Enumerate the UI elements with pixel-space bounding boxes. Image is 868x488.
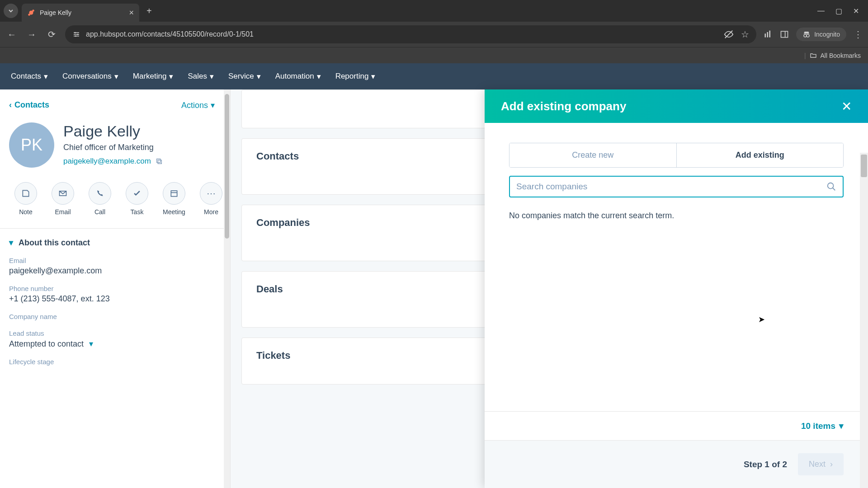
tab-search-button[interactable] — [4, 4, 18, 18]
lead-status-select[interactable]: Attempted to contact ▾ — [9, 339, 221, 349]
browser-tab-strip: Paige Kelly × + — ▢ ✕ — [0, 0, 868, 22]
email-field-label: Email — [9, 257, 221, 264]
tab-title: Paige Kelly — [40, 9, 124, 16]
site-settings-icon — [72, 30, 80, 38]
phone-icon — [95, 189, 104, 198]
search-companies-box[interactable] — [509, 176, 844, 197]
browser-tab[interactable]: Paige Kelly × — [22, 4, 139, 22]
nav-conversations[interactable]: Conversations▾ — [62, 72, 118, 81]
nav-marketing[interactable]: Marketing▾ — [133, 72, 174, 81]
step-indicator: Step 1 of 2 — [744, 460, 787, 469]
tab-create-new[interactable]: Create new — [509, 143, 677, 167]
all-bookmarks-button[interactable]: All Bookmarks — [821, 52, 861, 59]
svg-line-25 — [833, 188, 835, 191]
lead-status-label: Lead status — [9, 329, 221, 337]
svg-rect-20 — [157, 159, 160, 163]
task-button[interactable]: Task — [126, 182, 148, 216]
calendar-icon — [170, 189, 179, 198]
svg-rect-19 — [158, 160, 161, 164]
nav-contacts[interactable]: Contacts▾ — [11, 72, 48, 81]
back-button[interactable]: ← — [5, 29, 18, 40]
main-nav: Contacts▾ Conversations▾ Marketing▾ Sale… — [0, 63, 868, 89]
tab-close-button[interactable]: × — [129, 8, 134, 18]
incognito-badge[interactable]: Incognito — [796, 28, 846, 41]
chevron-down-icon: ▾ — [257, 72, 261, 81]
note-button[interactable]: Note — [14, 182, 37, 216]
browser-menu-button[interactable]: ⋮ — [854, 29, 863, 40]
bookmark-star-icon[interactable]: ☆ — [741, 29, 749, 40]
contact-name: Paige Kelly — [63, 122, 221, 140]
no-results-text: No companies match the current search te… — [509, 211, 844, 221]
url-text: app.hubspot.com/contacts/45105500/record… — [86, 30, 254, 38]
media-control-icon[interactable] — [764, 30, 773, 39]
chevron-down-icon: ▾ — [9, 238, 13, 248]
address-bar[interactable]: app.hubspot.com/contacts/45105500/record… — [65, 25, 756, 43]
next-button[interactable]: Next › — [798, 453, 844, 475]
svg-rect-14 — [769, 31, 771, 38]
svg-point-24 — [828, 183, 834, 189]
about-section-toggle[interactable]: ▾ About this contact — [9, 238, 221, 248]
nav-automation[interactable]: Automation▾ — [275, 72, 321, 81]
phone-field-label: Phone number — [9, 285, 221, 292]
items-per-page-select[interactable]: 10 items ▾ — [801, 421, 844, 431]
copy-icon[interactable] — [156, 158, 163, 165]
close-window-button[interactable]: ✕ — [853, 7, 859, 15]
search-companies-input[interactable] — [516, 182, 826, 192]
email-button[interactable]: Email — [52, 182, 74, 216]
email-icon — [58, 189, 67, 198]
window-controls: — ▢ ✕ — [817, 7, 864, 15]
company-field-label: Company name — [9, 313, 221, 320]
nav-reporting[interactable]: Reporting▾ — [335, 72, 376, 81]
chevron-right-icon: › — [830, 460, 833, 469]
contact-email: paigekelly@example.com — [63, 157, 221, 166]
maximize-button[interactable]: ▢ — [835, 7, 842, 15]
chevron-down-icon: ▾ — [44, 72, 48, 81]
task-icon — [132, 189, 142, 198]
svg-point-8 — [75, 32, 76, 33]
folder-icon — [810, 52, 817, 59]
forward-button[interactable]: → — [25, 29, 38, 40]
incognito-label: Incognito — [814, 31, 840, 38]
ellipsis-icon: ⋯ — [207, 188, 216, 199]
svg-rect-12 — [765, 33, 766, 37]
nav-sales[interactable]: Sales▾ — [188, 72, 214, 81]
bookmarks-bar: | All Bookmarks — [0, 47, 868, 63]
back-label: Contacts — [14, 100, 49, 110]
more-button[interactable]: ⋯More — [200, 182, 222, 216]
svg-point-9 — [77, 34, 79, 35]
chevron-down-icon: ▾ — [89, 339, 93, 349]
contact-sidebar: ‹ Contacts Actions ▾ PK Paige Kelly Chie… — [0, 89, 231, 488]
chevron-down-icon: ▾ — [211, 100, 215, 110]
sidebar-scrollbar[interactable] — [224, 89, 230, 488]
eye-off-icon[interactable] — [724, 29, 734, 39]
panel-close-button[interactable]: ✕ — [841, 99, 852, 114]
search-icon[interactable] — [826, 182, 836, 192]
panel-footer: Step 1 of 2 Next › — [485, 440, 868, 488]
panel-title: Add existing company — [501, 99, 626, 113]
svg-rect-22 — [171, 191, 177, 197]
email-field-value[interactable]: paigekelly@example.com — [9, 266, 221, 276]
add-company-panel: Add existing company ✕ Create new Add ex… — [485, 89, 868, 488]
phone-field-value[interactable]: +1 (213) 555-4087, ext. 123 — [9, 294, 221, 304]
tab-add-existing[interactable]: Add existing — [677, 143, 844, 167]
meeting-button[interactable]: Meeting — [163, 182, 185, 216]
side-panel-icon[interactable] — [780, 30, 789, 39]
browser-toolbar: ← → ⟳ app.hubspot.com/contacts/45105500/… — [0, 22, 868, 47]
note-icon — [21, 189, 30, 198]
panel-tab-toggle: Create new Add existing — [509, 143, 844, 168]
new-tab-button[interactable]: + — [146, 6, 152, 16]
avatar[interactable]: PK — [9, 122, 54, 168]
reload-button[interactable]: ⟳ — [45, 29, 58, 40]
page-scrollbar[interactable] — [860, 153, 868, 488]
chevron-down-icon: ▾ — [317, 72, 321, 81]
minimize-button[interactable]: — — [817, 7, 825, 15]
chevron-down-icon: ▾ — [210, 72, 214, 81]
hubspot-favicon-icon — [27, 9, 35, 17]
nav-service[interactable]: Service▾ — [228, 72, 261, 81]
chevron-down-icon: ▾ — [114, 72, 118, 81]
chevron-left-icon: ‹ — [9, 100, 12, 110]
actions-dropdown[interactable]: Actions ▾ — [181, 100, 215, 110]
svg-rect-15 — [781, 31, 788, 37]
contact-job-title: Chief officer of Marketing — [63, 143, 221, 152]
call-button[interactable]: Call — [89, 182, 111, 216]
